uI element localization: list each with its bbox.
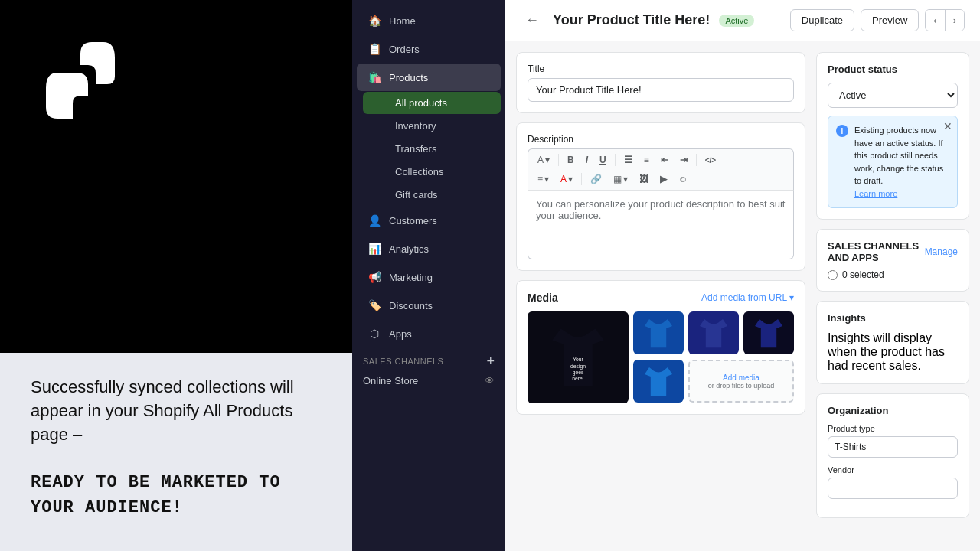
description-card: Description A ▾ B I U [516, 122, 805, 271]
media-header: Media Add media from URL ▾ [528, 292, 794, 304]
sidebar-item-apps[interactable]: ⬡ Apps [357, 320, 501, 347]
tshirt-darknavy-image [750, 315, 787, 351]
prev-arrow[interactable]: ‹ [926, 10, 945, 31]
tshirt-blue2-image [640, 363, 677, 399]
product-type-label: Product type [828, 424, 958, 433]
sidebar-item-label: Customers [389, 215, 437, 227]
title-card: Title [516, 52, 805, 113]
info-close-button[interactable]: ✕ [943, 121, 952, 132]
link-button[interactable]: 🔗 [586, 171, 606, 187]
manage-link[interactable]: Manage [925, 246, 958, 257]
unordered-list-button[interactable]: ☰ [619, 152, 637, 168]
sidebar-item-label: Discounts [389, 300, 433, 311]
sidebar-item-discounts[interactable]: 🏷️ Discounts [357, 292, 501, 319]
media-item-navy[interactable] [688, 311, 739, 354]
product-status-select[interactable]: Active Draft [828, 83, 958, 108]
add-media-label: Add media from URL ▾ [701, 292, 794, 303]
media-item-main[interactable]: Your design goes here! [528, 311, 629, 403]
sidebar-navigation: 🏠 Home 📋 Orders 🛍️ Products All products… [352, 6, 505, 551]
product-page: ← Your Product Title Here! Active Duplic… [505, 0, 980, 551]
channel-item-online-store[interactable]: Online Store 👁 [363, 371, 495, 390]
font-selector[interactable]: A ▾ [533, 152, 554, 168]
sales-channel-radio[interactable]: 0 selected [828, 269, 958, 280]
media-item-darknavy[interactable] [743, 311, 794, 354]
bold-button[interactable]: B [563, 152, 579, 168]
media-item-blue2[interactable] [633, 360, 684, 403]
sidebar-item-label: Marketing [389, 272, 433, 283]
info-text: Existing products now have an active sta… [854, 124, 949, 200]
product-type-input[interactable] [828, 436, 958, 458]
sidebar-item-analytics[interactable]: 📊 Analytics [357, 235, 501, 262]
media-grid: Your design goes here! [528, 311, 794, 403]
media-item-blue[interactable] [633, 311, 684, 354]
sidebar-item-customers[interactable]: 👤 Customers [357, 207, 501, 234]
description-editor[interactable]: You can personalize your product descrip… [528, 191, 794, 259]
pagination-arrows: ‹ › [925, 9, 965, 31]
preview-button[interactable]: Preview [861, 9, 919, 31]
color-dropdown[interactable]: A ▾ [556, 171, 577, 187]
top-bar-right: Duplicate Preview ‹ › [790, 9, 965, 31]
products-submenu: All products Inventory Transfers Collect… [352, 92, 505, 206]
title-field-label: Title [528, 64, 794, 74]
title-input[interactable] [528, 78, 794, 102]
dropdown-chevron-2: ▾ [544, 174, 549, 184]
logo-area [31, 31, 130, 133]
color-icon: A [560, 174, 567, 184]
image-button[interactable]: 🖼 [635, 171, 653, 187]
media-upload-button[interactable]: Add media or drop files to upload [688, 360, 794, 403]
sidebar-item-inventory[interactable]: Inventory [363, 115, 501, 137]
vendor-field: Vendor [828, 465, 958, 499]
sidebar-item-transfers[interactable]: Transfers [363, 138, 501, 160]
status-badge: Active [719, 15, 754, 27]
code-button[interactable]: </> [701, 154, 720, 167]
sales-channels-section: SALES CHANNELS + Online Store 👁 [352, 348, 505, 390]
product-status-card: Product status Active Draft i Existing p… [816, 52, 969, 220]
table-dropdown[interactable]: ▦ ▾ [609, 171, 632, 187]
insights-text: Insights will display when the product h… [828, 331, 958, 373]
sidebar-item-orders[interactable]: 📋 Orders [357, 35, 501, 63]
promo-panel: Successfully synced collections will app… [0, 0, 352, 551]
toolbar-sep-4 [581, 173, 582, 185]
sidebar-item-collections[interactable]: Collections [363, 161, 501, 183]
align-dropdown[interactable]: ≡ ▾ [533, 171, 554, 187]
media-button[interactable]: ▶ [655, 171, 671, 187]
align-icon: ≡ [537, 174, 543, 184]
media-card: Media Add media from URL ▾ Your desi [516, 280, 805, 415]
products-icon: 🛍️ [368, 70, 381, 84]
channel-label: Online Store [363, 375, 418, 386]
description-placeholder: You can personalize your product descrip… [536, 198, 785, 221]
learn-more-link[interactable]: Learn more [854, 189, 897, 198]
vendor-input[interactable] [828, 478, 958, 499]
vendor-label: Vendor [828, 465, 958, 474]
indent-button[interactable]: ⇥ [675, 152, 692, 168]
align-center-button[interactable]: ≡ [639, 152, 654, 168]
duplicate-button[interactable]: Duplicate [790, 9, 854, 31]
sales-channel-radio-input[interactable] [828, 270, 838, 280]
svg-text:design: design [570, 364, 586, 370]
sales-channels-label: SALES CHANNELS [363, 357, 443, 366]
sidebar-item-label: Products [389, 72, 428, 83]
sidebar-item-label: Home [389, 15, 416, 27]
sidebar-item-marketing[interactable]: 📢 Marketing [357, 263, 501, 291]
toolbar-separator-3 [696, 154, 697, 166]
add-media-url-button[interactable]: Add media from URL ▾ [701, 292, 794, 303]
svg-text:here!: here! [572, 376, 584, 381]
back-button[interactable]: ← [521, 11, 544, 30]
eye-icon[interactable]: 👁 [485, 375, 495, 386]
tshirt-blue-image [640, 315, 677, 351]
sidebar-item-all-products[interactable]: All products [363, 92, 501, 114]
underline-button[interactable]: U [595, 152, 611, 168]
home-icon: 🏠 [368, 14, 381, 28]
sidebar-item-home[interactable]: 🏠 Home [357, 7, 501, 34]
toolbar-row-1: A ▾ B I U ☰ ≡ ⇤ ⇥ [533, 152, 789, 168]
left-column: Title Description A ▾ B [516, 52, 805, 540]
right-column: Product status Active Draft i Existing p… [816, 52, 969, 540]
outdent-button[interactable]: ⇤ [656, 152, 673, 168]
next-arrow[interactable]: › [946, 10, 964, 31]
sidebar-item-products[interactable]: 🛍️ Products [357, 64, 501, 91]
info-icon: i [836, 125, 848, 137]
emoji-button[interactable]: ☺ [674, 171, 692, 187]
italic-button[interactable]: I [581, 152, 593, 168]
add-channel-button[interactable]: + [486, 354, 495, 368]
sidebar-item-gift-cards[interactable]: Gift cards [363, 184, 501, 206]
